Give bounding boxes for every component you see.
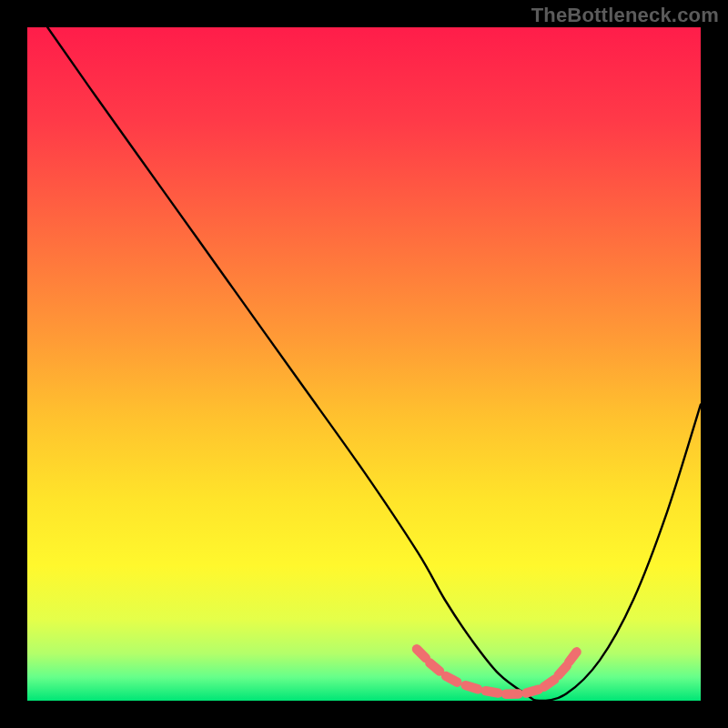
watermark-text: TheBottleneck.com <box>531 4 719 27</box>
highlight-dot <box>486 691 499 693</box>
highlight-dot <box>446 676 457 682</box>
chart-frame: TheBottleneck.com <box>0 0 728 728</box>
highlight-dot <box>569 652 576 662</box>
highlight-dot <box>430 662 440 671</box>
highlight-dot <box>417 649 426 658</box>
gradient-rect <box>27 27 701 701</box>
highlight-dot <box>526 690 538 693</box>
highlight-dot <box>544 680 555 687</box>
highlight-dot <box>559 665 567 674</box>
plot-svg <box>27 27 701 701</box>
plot-area <box>27 27 701 701</box>
highlight-dot <box>466 685 478 689</box>
